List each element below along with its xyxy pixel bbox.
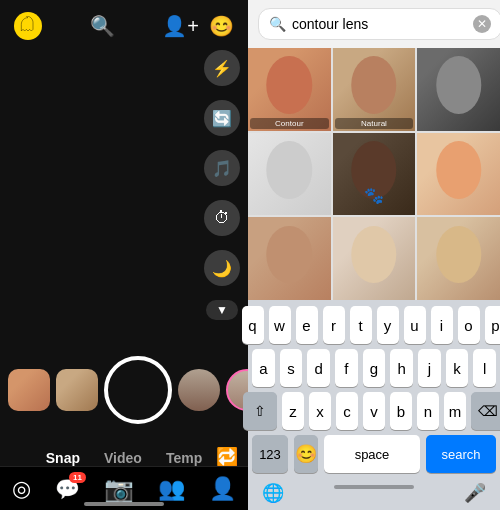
map-nav-icon[interactable]: ◎ (12, 476, 31, 502)
key-q[interactable]: q (242, 306, 264, 344)
thumb-3[interactable] (178, 369, 220, 411)
lens-cell-6[interactable] (417, 133, 500, 216)
timer-icon[interactable]: ⏱ (204, 200, 240, 236)
key-b[interactable]: b (390, 392, 412, 430)
recycle-icon[interactable]: 🔁 (216, 446, 238, 468)
key-o[interactable]: o (458, 306, 480, 344)
mic-icon[interactable]: 🎤 (464, 482, 486, 504)
key-k[interactable]: k (446, 349, 469, 387)
key-y[interactable]: y (377, 306, 399, 344)
key-l[interactable]: l (473, 349, 496, 387)
search-bar: 🔍 ✕ Cancel (248, 0, 500, 48)
key-g[interactable]: g (363, 349, 386, 387)
search-icon-left[interactable]: 🔍 (90, 14, 115, 38)
key-v[interactable]: v (363, 392, 385, 430)
globe-icon[interactable]: 🌐 (262, 482, 284, 504)
key-t[interactable]: t (350, 306, 372, 344)
search-icon: 🔍 (269, 16, 286, 32)
left-header: 🔍 👤+ 😊 (0, 0, 248, 52)
lens-cell-8[interactable] (333, 217, 416, 300)
key-n[interactable]: n (417, 392, 439, 430)
space-key[interactable]: space (324, 435, 420, 473)
key-r[interactable]: r (323, 306, 345, 344)
bitmoji-icon[interactable]: 😊 (209, 14, 234, 38)
shift-key[interactable]: ⇧ (243, 392, 277, 430)
keyboard: q w e r t y u i o p a s d f g h j k l ⇧ … (248, 300, 500, 510)
key-c[interactable]: c (336, 392, 358, 430)
camera-nav-icon[interactable]: 📷 (104, 475, 134, 503)
bottom-strip (0, 350, 248, 430)
search-input[interactable] (292, 16, 467, 32)
lens-cell-7[interactable] (248, 217, 331, 300)
expand-icon[interactable]: ▼ (206, 300, 238, 320)
clear-button[interactable]: ✕ (473, 15, 491, 33)
delete-key[interactable]: ⌫ (471, 392, 500, 430)
keyboard-row-3: ⇧ z x c v b n m ⌫ (252, 392, 496, 430)
key-s[interactable]: s (280, 349, 303, 387)
lens-cell-2[interactable]: Natural (333, 48, 416, 131)
keyboard-bottom: 🌐 🎤 (252, 478, 496, 506)
key-z[interactable]: z (282, 392, 304, 430)
header-right-icons: 👤+ 😊 (162, 14, 234, 38)
tab-temp[interactable]: Temp (166, 450, 202, 466)
home-indicator-left (84, 502, 164, 506)
key-m[interactable]: m (444, 392, 466, 430)
lens-grid: Contour Natural 🐾 (248, 48, 500, 300)
search-key[interactable]: search (426, 435, 496, 473)
tab-snap[interactable]: Snap (46, 450, 80, 466)
home-indicator-right (334, 485, 414, 489)
left-panel: 🔍 👤+ 😊 ⚡ 🔄 🎵 ⏱ 🌙 ▼ Snap Video Temp 🔁 ◎ 💬 (0, 0, 248, 510)
lens-cell-5[interactable]: 🐾 (333, 133, 416, 216)
snap-button[interactable] (104, 356, 172, 424)
camera-toolbar: ⚡ 🔄 🎵 ⏱ 🌙 ▼ (204, 50, 240, 320)
right-panel: 🔍 ✕ Cancel Contour Natural (248, 0, 500, 510)
keyboard-row-1: q w e r t y u i o p (252, 306, 496, 344)
friends-nav-icon[interactable]: 💬 11 (55, 476, 80, 502)
lens-label-1: Contour (250, 118, 329, 129)
moon-icon[interactable]: 🌙 (204, 250, 240, 286)
num-key[interactable]: 123 (252, 435, 288, 473)
add-friends-icon[interactable]: 👤+ (162, 14, 199, 38)
key-h[interactable]: h (390, 349, 413, 387)
thumb-1[interactable] (8, 369, 50, 411)
keyboard-row-4: 123 😊 space search (252, 435, 496, 473)
lens-cell-4[interactable] (248, 133, 331, 216)
bottom-tabs: Snap Video Temp (0, 450, 248, 466)
key-w[interactable]: w (269, 306, 291, 344)
key-f[interactable]: f (335, 349, 358, 387)
tab-video[interactable]: Video (104, 450, 142, 466)
key-a[interactable]: a (252, 349, 275, 387)
thumb-2[interactable] (56, 369, 98, 411)
key-j[interactable]: j (418, 349, 441, 387)
friends-badge: 11 (69, 472, 86, 483)
key-e[interactable]: e (296, 306, 318, 344)
lens-cell-1[interactable]: Contour (248, 48, 331, 131)
emoji-key[interactable]: 😊 (294, 435, 318, 473)
profile-nav-icon[interactable]: 👤 (209, 476, 236, 502)
key-u[interactable]: u (404, 306, 426, 344)
key-p[interactable]: p (485, 306, 501, 344)
key-d[interactable]: d (307, 349, 330, 387)
lens-label-2: Natural (335, 118, 414, 129)
rotate-icon[interactable]: 🔄 (204, 100, 240, 136)
ghost-icon[interactable] (14, 12, 42, 40)
lens-cell-9[interactable] (417, 217, 500, 300)
key-x[interactable]: x (309, 392, 331, 430)
lens-cell-3[interactable] (417, 48, 500, 131)
music-icon[interactable]: 🎵 (204, 150, 240, 186)
search-bar-inner: 🔍 ✕ (258, 8, 500, 40)
key-i[interactable]: i (431, 306, 453, 344)
spotlight-nav-icon[interactable]: 👥 (158, 476, 185, 502)
keyboard-row-2: a s d f g h j k l (252, 349, 496, 387)
flash-icon[interactable]: ⚡ (204, 50, 240, 86)
